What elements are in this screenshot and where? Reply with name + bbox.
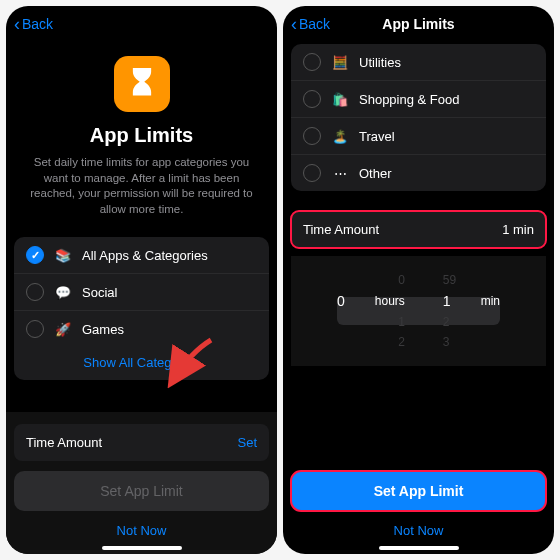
category-row-travel[interactable]: 🏝️ Travel xyxy=(291,117,546,154)
time-amount-row[interactable]: Time Amount 1 min xyxy=(291,211,546,248)
chevron-left-icon: ‹ xyxy=(14,15,20,33)
page-title: App Limits xyxy=(90,124,193,147)
back-button[interactable]: ‹ Back xyxy=(291,15,330,33)
category-label: Shopping & Food xyxy=(359,92,459,107)
radio-icon xyxy=(303,164,321,182)
category-label: Travel xyxy=(359,129,395,144)
not-now-button[interactable]: Not Now xyxy=(283,511,554,546)
category-label: All Apps & Categories xyxy=(82,248,208,263)
radio-icon xyxy=(303,127,321,145)
radio-icon xyxy=(26,283,44,301)
time-picker[interactable]: 0 0 hours 1 2 59 1 min 2 3 xyxy=(291,256,546,366)
picker-hours-unit: hours xyxy=(375,294,405,308)
category-row-shopping[interactable]: 🛍️ Shopping & Food xyxy=(291,80,546,117)
category-label: Games xyxy=(82,322,124,337)
radio-icon xyxy=(26,320,44,338)
picker-hours-value: 0 xyxy=(337,293,345,309)
picker-min-value: 1 xyxy=(443,293,451,309)
category-label: Utilities xyxy=(359,55,401,70)
back-label: Back xyxy=(22,16,53,32)
category-row-social[interactable]: 💬 Social xyxy=(14,273,269,310)
shopping-icon: 🛍️ xyxy=(331,90,349,108)
time-amount-value: Set xyxy=(237,435,257,450)
utilities-icon: 🧮 xyxy=(331,53,349,71)
radio-icon xyxy=(303,53,321,71)
picker-hours-column[interactable]: 0 0 hours 1 2 xyxy=(331,273,411,349)
category-row-other[interactable]: ⋯ Other xyxy=(291,154,546,191)
stack-icon: 📚 xyxy=(54,246,72,264)
category-row-utilities[interactable]: 🧮 Utilities xyxy=(291,44,546,80)
picker-faded-value: 59 xyxy=(443,273,456,287)
category-label: Social xyxy=(82,285,117,300)
picker-faded-value: 2 xyxy=(443,315,450,329)
nav-bar: ‹ Back xyxy=(6,6,277,42)
radio-checked-icon xyxy=(26,246,44,264)
nav-bar: ‹ Back App Limits xyxy=(283,6,554,42)
screen-right: ‹ Back App Limits 🧮 Utilities 🛍️ Shoppin… xyxy=(283,6,554,554)
home-indicator xyxy=(379,546,459,550)
picker-faded-value: 3 xyxy=(443,335,450,349)
time-amount-label: Time Amount xyxy=(26,435,102,450)
category-list: 🧮 Utilities 🛍️ Shopping & Food 🏝️ Travel… xyxy=(291,44,546,191)
back-button[interactable]: ‹ Back xyxy=(14,15,53,33)
travel-icon: 🏝️ xyxy=(331,127,349,145)
category-list: 📚 All Apps & Categories 💬 Social 🚀 Games… xyxy=(14,237,269,380)
screen-left: ‹ Back App Limits Set daily time limits … xyxy=(6,6,277,554)
time-amount-label: Time Amount xyxy=(303,222,379,237)
set-app-limit-button[interactable]: Set App Limit xyxy=(14,471,269,511)
time-amount-value: 1 min xyxy=(502,222,534,237)
home-indicator xyxy=(102,546,182,550)
social-icon: 💬 xyxy=(54,283,72,301)
games-icon: 🚀 xyxy=(54,320,72,338)
set-app-limit-button[interactable]: Set App Limit xyxy=(291,471,546,511)
back-label: Back xyxy=(299,16,330,32)
hourglass-icon xyxy=(128,68,156,100)
category-row-games[interactable]: 🚀 Games xyxy=(14,310,269,347)
category-label: Other xyxy=(359,166,392,181)
bottom-section: Set App Limit Not Now xyxy=(283,455,554,554)
category-row-all[interactable]: 📚 All Apps & Categories xyxy=(14,237,269,273)
picker-faded-value: 2 xyxy=(398,335,405,349)
other-icon: ⋯ xyxy=(331,164,349,182)
not-now-button[interactable]: Not Now xyxy=(6,511,277,546)
radio-icon xyxy=(303,90,321,108)
picker-minutes-column[interactable]: 59 1 min 2 3 xyxy=(437,273,506,349)
time-amount-row[interactable]: Time Amount Set xyxy=(14,424,269,461)
picker-faded-value: 1 xyxy=(398,315,405,329)
show-all-categories-link[interactable]: Show All Categories xyxy=(14,347,269,380)
app-limits-icon xyxy=(114,56,170,112)
bottom-section: Time Amount Set Set App Limit Not Now xyxy=(6,412,277,554)
hero-section: App Limits Set daily time limits for app… xyxy=(6,42,277,227)
picker-min-unit: min xyxy=(481,294,500,308)
page-description: Set daily time limits for app categories… xyxy=(24,155,259,217)
chevron-left-icon: ‹ xyxy=(291,15,297,33)
picker-faded-value: 0 xyxy=(398,273,405,287)
